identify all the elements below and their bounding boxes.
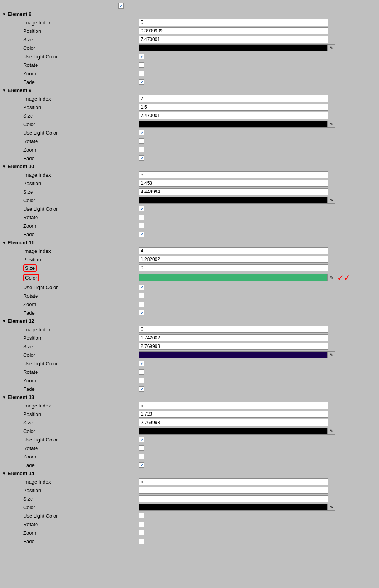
- position-input-2[interactable]: [139, 180, 328, 187]
- useLightColor-checkbox-3[interactable]: [139, 285, 144, 290]
- fade-checkbox-5[interactable]: [139, 462, 144, 468]
- pencil-button-6[interactable]: ✎: [328, 504, 335, 511]
- useLightColor-checkbox-6[interactable]: [139, 513, 144, 518]
- zoom-checkbox-0[interactable]: [139, 71, 144, 76]
- zoom-checkbox-3[interactable]: [139, 302, 144, 307]
- rotate-value-6: [139, 522, 379, 527]
- fade-value-1: [139, 155, 379, 161]
- element-header-0[interactable]: ▼Element 8: [0, 10, 379, 18]
- color-swatch-5[interactable]: [139, 428, 328, 435]
- triangle-icon-1: ▼: [2, 88, 6, 92]
- position-label-0: Position: [23, 28, 139, 34]
- element-header-4[interactable]: ▼Element 12: [0, 317, 379, 325]
- rotate-label-2: Rotate: [23, 215, 139, 220]
- rotate-checkbox-5[interactable]: [139, 445, 144, 451]
- rotate-checkbox-4[interactable]: [139, 369, 144, 375]
- rotate-checkbox-6[interactable]: [139, 522, 144, 527]
- rotate-row-2: Rotate: [0, 213, 379, 222]
- property-list: ▼Element 8Image IndexPositionSizeColor✎U…: [0, 0, 379, 547]
- useLightColor-checkbox-1[interactable]: [139, 130, 144, 135]
- element-header-2[interactable]: ▼Element 10: [0, 162, 379, 170]
- fade-checkbox-0[interactable]: [139, 79, 144, 85]
- size-input-5[interactable]: [139, 419, 328, 426]
- zoom-checkbox-4[interactable]: [139, 378, 144, 383]
- rotate-checkbox-2[interactable]: [139, 215, 144, 220]
- size-input-3[interactable]: [139, 264, 328, 271]
- imageIndex-input-5[interactable]: [139, 402, 328, 409]
- size-input-1[interactable]: [139, 112, 328, 119]
- useLightColor-checkbox-5[interactable]: [139, 437, 144, 442]
- position-input-6[interactable]: [139, 487, 328, 494]
- zoom-checkbox-1[interactable]: [139, 147, 144, 152]
- size-input-2[interactable]: [139, 188, 328, 195]
- zoom-label-2: Zoom: [23, 223, 139, 229]
- fade-checkbox-1[interactable]: [139, 155, 144, 161]
- position-input-3[interactable]: [139, 256, 328, 263]
- color-swatch-1[interactable]: [139, 121, 328, 128]
- pencil-button-3[interactable]: ✎: [328, 274, 335, 281]
- element-name-6: Element 14: [8, 470, 34, 476]
- imageIndex-input-1[interactable]: [139, 95, 328, 102]
- size-input-0[interactable]: [139, 36, 328, 43]
- color-swatch-3[interactable]: [139, 274, 328, 281]
- size-input-6[interactable]: [139, 495, 328, 502]
- element-name-2: Element 10: [8, 164, 34, 169]
- fade-label-3: Fade: [23, 310, 139, 316]
- zoom-checkbox-5[interactable]: [139, 454, 144, 459]
- useLightColor-checkbox-4[interactable]: [139, 361, 144, 366]
- color-swatch-6[interactable]: [139, 504, 328, 511]
- fade-checkbox-2[interactable]: [139, 232, 144, 237]
- size-input-4[interactable]: [139, 343, 328, 350]
- zoom-checkbox-6[interactable]: [139, 530, 144, 535]
- element-header-6[interactable]: ▼Element 14: [0, 469, 379, 477]
- zoom-label-5: Zoom: [23, 454, 139, 460]
- rotate-row-0: Rotate: [0, 61, 379, 69]
- pencil-button-1[interactable]: ✎: [328, 121, 335, 128]
- size-value-4: [139, 343, 379, 350]
- position-value-2: [139, 180, 379, 187]
- rotate-checkbox-1[interactable]: [139, 138, 144, 144]
- color-label-1: Color: [23, 121, 139, 127]
- rotate-checkbox-3[interactable]: [139, 293, 144, 298]
- fade-checkbox-3[interactable]: [139, 310, 144, 315]
- rotate-checkbox-0[interactable]: [139, 62, 144, 68]
- imageIndex-input-4[interactable]: [139, 326, 328, 333]
- color-swatch-2[interactable]: [139, 197, 328, 204]
- imageIndex-input-3[interactable]: [139, 247, 328, 254]
- size-row-2: Size: [0, 187, 379, 196]
- zoom-value-2: [139, 223, 379, 228]
- position-label-2: Position: [23, 181, 139, 186]
- zoom-checkbox-2[interactable]: [139, 223, 144, 228]
- position-input-1[interactable]: [139, 104, 328, 111]
- pencil-button-5[interactable]: ✎: [328, 428, 335, 435]
- position-input-5[interactable]: [139, 411, 328, 418]
- useLightColor-value-4: [139, 361, 379, 366]
- color-row-3: Color✎✓✓: [0, 272, 379, 283]
- color-label-2: Color: [23, 198, 139, 203]
- rotate-row-4: Rotate: [0, 368, 379, 376]
- element-header-3[interactable]: ▼Element 11: [0, 239, 379, 247]
- zoom-value-0: [139, 71, 379, 76]
- element-header-5[interactable]: ▼Element 13: [0, 393, 379, 401]
- position-input-4[interactable]: [139, 334, 328, 341]
- imageIndex-input-0[interactable]: [139, 19, 328, 26]
- fade-checkbox-4[interactable]: [139, 386, 144, 392]
- imageIndex-label-3: Image Index: [23, 248, 139, 254]
- color-swatch-0[interactable]: [139, 44, 328, 51]
- rotate-label-0: Rotate: [23, 62, 139, 68]
- imageIndex-input-2[interactable]: [139, 171, 328, 178]
- imageIndex-value-5: [139, 402, 379, 409]
- useLightColor-checkbox-0[interactable]: [139, 54, 144, 59]
- useLightColor-checkbox-2[interactable]: [139, 206, 144, 211]
- pencil-button-2[interactable]: ✎: [328, 197, 335, 204]
- position-label-4: Position: [23, 335, 139, 341]
- pencil-button-4[interactable]: ✎: [328, 351, 335, 358]
- color-swatch-4[interactable]: [139, 351, 328, 358]
- position-input-0[interactable]: [139, 27, 328, 34]
- imageIndex-input-6[interactable]: [139, 478, 328, 485]
- pencil-button-0[interactable]: ✎: [328, 44, 335, 51]
- size-value-6: [139, 495, 379, 502]
- element-header-1[interactable]: ▼Element 9: [0, 86, 379, 94]
- fade-top-checkbox[interactable]: [118, 3, 124, 9]
- fade-checkbox-6[interactable]: [139, 539, 144, 544]
